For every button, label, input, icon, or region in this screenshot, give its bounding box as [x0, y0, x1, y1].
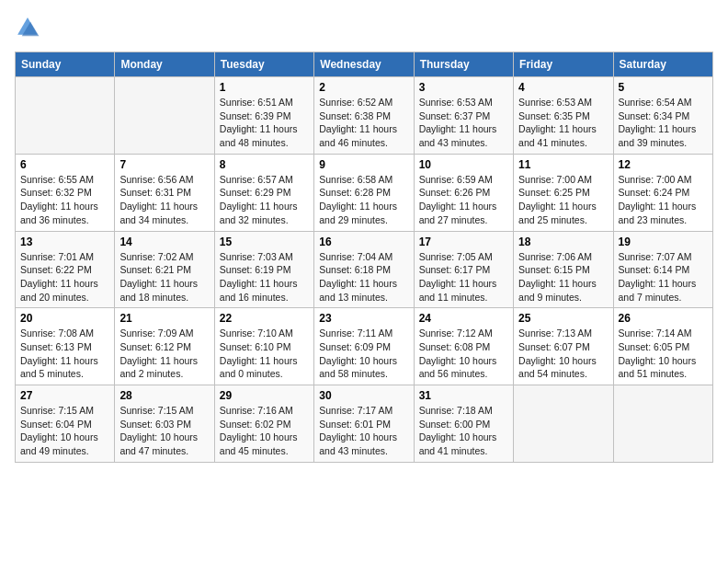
calendar-cell: 19Sunrise: 7:07 AM Sunset: 6:14 PM Dayli… [613, 231, 712, 308]
day-number: 22 [220, 312, 309, 325]
calendar-cell: 9Sunrise: 6:58 AM Sunset: 6:28 PM Daylig… [314, 154, 414, 231]
day-info: Sunrise: 7:15 AM Sunset: 6:03 PM Dayligh… [119, 404, 209, 458]
weekday-header-row: SundayMondayTuesdayWednesdayThursdayFrid… [16, 52, 713, 77]
calendar-cell: 17Sunrise: 7:05 AM Sunset: 6:17 PM Dayli… [414, 231, 513, 308]
logo [15, 15, 44, 40]
day-info: Sunrise: 7:04 AM Sunset: 6:18 PM Dayligh… [319, 250, 408, 304]
day-info: Sunrise: 7:09 AM Sunset: 6:12 PM Dayligh… [119, 327, 209, 381]
day-number: 13 [20, 236, 109, 248]
calendar-cell: 5Sunrise: 6:54 AM Sunset: 6:34 PM Daylig… [613, 77, 712, 155]
calendar-cell: 16Sunrise: 7:04 AM Sunset: 6:18 PM Dayli… [314, 231, 414, 308]
week-row-2: 6Sunrise: 6:55 AM Sunset: 6:32 PM Daylig… [16, 154, 713, 231]
day-info: Sunrise: 6:57 AM Sunset: 6:29 PM Dayligh… [220, 173, 309, 227]
day-info: Sunrise: 6:52 AM Sunset: 6:38 PM Dayligh… [319, 96, 408, 150]
day-number: 15 [220, 236, 309, 248]
day-info: Sunrise: 6:58 AM Sunset: 6:28 PM Dayligh… [319, 173, 408, 227]
calendar-cell: 26Sunrise: 7:14 AM Sunset: 6:05 PM Dayli… [613, 308, 712, 385]
day-info: Sunrise: 7:07 AM Sunset: 6:14 PM Dayligh… [619, 250, 708, 304]
day-info: Sunrise: 7:01 AM Sunset: 6:22 PM Dayligh… [20, 250, 109, 304]
calendar-cell: 22Sunrise: 7:10 AM Sunset: 6:10 PM Dayli… [214, 308, 313, 385]
weekday-header-saturday: Saturday [613, 52, 712, 77]
calendar-cell: 27Sunrise: 7:15 AM Sunset: 6:04 PM Dayli… [16, 385, 115, 463]
calendar-cell: 20Sunrise: 7:08 AM Sunset: 6:13 PM Dayli… [16, 308, 115, 385]
day-info: Sunrise: 6:54 AM Sunset: 6:34 PM Dayligh… [619, 96, 708, 150]
calendar-cell: 14Sunrise: 7:02 AM Sunset: 6:21 PM Dayli… [115, 231, 214, 308]
day-info: Sunrise: 7:08 AM Sunset: 6:13 PM Dayligh… [20, 327, 109, 381]
day-number: 18 [518, 236, 608, 248]
day-info: Sunrise: 7:11 AM Sunset: 6:09 PM Dayligh… [319, 327, 408, 381]
weekday-header-friday: Friday [514, 52, 613, 77]
calendar-cell: 31Sunrise: 7:18 AM Sunset: 6:00 PM Dayli… [414, 385, 513, 463]
day-info: Sunrise: 6:53 AM Sunset: 6:35 PM Dayligh… [518, 96, 608, 150]
calendar-cell [514, 385, 613, 463]
day-number: 25 [518, 312, 608, 325]
logo-icon [15, 15, 40, 40]
day-number: 24 [419, 312, 508, 325]
weekday-header-wednesday: Wednesday [314, 52, 414, 77]
calendar-cell: 18Sunrise: 7:06 AM Sunset: 6:15 PM Dayli… [514, 231, 613, 308]
day-number: 8 [220, 158, 309, 171]
day-number: 12 [619, 158, 708, 171]
calendar-cell: 10Sunrise: 6:59 AM Sunset: 6:26 PM Dayli… [414, 154, 513, 231]
day-number: 9 [319, 158, 408, 171]
day-number: 1 [220, 81, 309, 94]
day-number: 10 [419, 158, 508, 171]
week-row-1: 1Sunrise: 6:51 AM Sunset: 6:39 PM Daylig… [16, 77, 713, 155]
week-row-5: 27Sunrise: 7:15 AM Sunset: 6:04 PM Dayli… [16, 385, 713, 463]
day-number: 11 [518, 158, 608, 171]
day-info: Sunrise: 7:12 AM Sunset: 6:08 PM Dayligh… [419, 327, 508, 381]
day-number: 21 [119, 312, 209, 325]
day-number: 27 [20, 389, 109, 402]
week-row-4: 20Sunrise: 7:08 AM Sunset: 6:13 PM Dayli… [16, 308, 713, 385]
day-info: Sunrise: 7:14 AM Sunset: 6:05 PM Dayligh… [619, 327, 708, 381]
weekday-header-monday: Monday [115, 52, 214, 77]
day-info: Sunrise: 7:17 AM Sunset: 6:01 PM Dayligh… [319, 404, 408, 458]
calendar-cell: 8Sunrise: 6:57 AM Sunset: 6:29 PM Daylig… [214, 154, 313, 231]
day-info: Sunrise: 7:03 AM Sunset: 6:19 PM Dayligh… [220, 250, 309, 304]
day-number: 14 [119, 236, 209, 248]
day-number: 16 [319, 236, 408, 248]
calendar-cell [115, 77, 214, 155]
day-number: 3 [419, 81, 508, 94]
day-info: Sunrise: 6:51 AM Sunset: 6:39 PM Dayligh… [220, 96, 309, 150]
day-number: 2 [319, 81, 408, 94]
day-info: Sunrise: 7:15 AM Sunset: 6:04 PM Dayligh… [20, 404, 109, 458]
calendar-cell: 29Sunrise: 7:16 AM Sunset: 6:02 PM Dayli… [214, 385, 313, 463]
day-number: 6 [20, 158, 109, 171]
day-info: Sunrise: 6:59 AM Sunset: 6:26 PM Dayligh… [419, 173, 508, 227]
day-number: 17 [419, 236, 508, 248]
day-info: Sunrise: 7:00 AM Sunset: 6:25 PM Dayligh… [518, 173, 608, 227]
calendar-cell: 1Sunrise: 6:51 AM Sunset: 6:39 PM Daylig… [214, 77, 313, 155]
calendar-cell: 25Sunrise: 7:13 AM Sunset: 6:07 PM Dayli… [514, 308, 613, 385]
calendar-cell: 12Sunrise: 7:00 AM Sunset: 6:24 PM Dayli… [613, 154, 712, 231]
day-number: 28 [119, 389, 209, 402]
day-number: 7 [119, 158, 209, 171]
calendar-cell [16, 77, 115, 155]
day-info: Sunrise: 6:56 AM Sunset: 6:31 PM Dayligh… [119, 173, 209, 227]
day-number: 31 [419, 389, 508, 402]
day-info: Sunrise: 7:06 AM Sunset: 6:15 PM Dayligh… [518, 250, 608, 304]
day-number: 5 [619, 81, 708, 94]
calendar-cell: 21Sunrise: 7:09 AM Sunset: 6:12 PM Dayli… [115, 308, 214, 385]
day-info: Sunrise: 7:05 AM Sunset: 6:17 PM Dayligh… [419, 250, 508, 304]
day-info: Sunrise: 6:55 AM Sunset: 6:32 PM Dayligh… [20, 173, 109, 227]
day-number: 23 [319, 312, 408, 325]
calendar-cell: 24Sunrise: 7:12 AM Sunset: 6:08 PM Dayli… [414, 308, 513, 385]
day-number: 20 [20, 312, 109, 325]
calendar-cell: 4Sunrise: 6:53 AM Sunset: 6:35 PM Daylig… [514, 77, 613, 155]
day-number: 19 [619, 236, 708, 248]
calendar-cell: 6Sunrise: 6:55 AM Sunset: 6:32 PM Daylig… [16, 154, 115, 231]
day-info: Sunrise: 6:53 AM Sunset: 6:37 PM Dayligh… [419, 96, 508, 150]
day-info: Sunrise: 7:00 AM Sunset: 6:24 PM Dayligh… [619, 173, 708, 227]
page-header [15, 15, 713, 40]
calendar-cell: 23Sunrise: 7:11 AM Sunset: 6:09 PM Dayli… [314, 308, 414, 385]
calendar-cell: 3Sunrise: 6:53 AM Sunset: 6:37 PM Daylig… [414, 77, 513, 155]
weekday-header-tuesday: Tuesday [214, 52, 313, 77]
day-info: Sunrise: 7:02 AM Sunset: 6:21 PM Dayligh… [119, 250, 209, 304]
day-info: Sunrise: 7:13 AM Sunset: 6:07 PM Dayligh… [518, 327, 608, 381]
calendar-cell: 2Sunrise: 6:52 AM Sunset: 6:38 PM Daylig… [314, 77, 414, 155]
calendar-cell: 28Sunrise: 7:15 AM Sunset: 6:03 PM Dayli… [115, 385, 214, 463]
day-number: 29 [220, 389, 309, 402]
calendar-table: SundayMondayTuesdayWednesdayThursdayFrid… [15, 52, 713, 463]
calendar-cell: 7Sunrise: 6:56 AM Sunset: 6:31 PM Daylig… [115, 154, 214, 231]
